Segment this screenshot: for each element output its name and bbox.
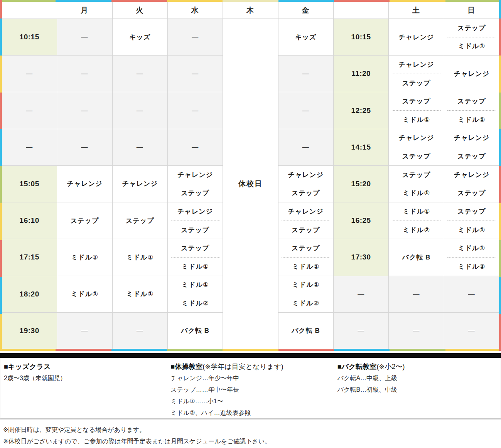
schedule-cell: — — [113, 92, 167, 128]
time-cell: — — [334, 276, 388, 312]
schedule-cell: ミドル①ミドル② — [389, 202, 444, 239]
class-entry: ステップ — [168, 184, 223, 202]
accent-strip-right — [499, 314, 501, 351]
time-cell: 15:05 — [2, 166, 57, 202]
legend-taiso-title: ■体操教室(※学年は目安となります) — [170, 361, 334, 372]
schedule-cell: チャレンジステップ — [168, 166, 223, 202]
schedule-cell: ミドル① — [113, 276, 167, 312]
class-entry: ミドル① — [278, 258, 333, 276]
legend-line: バク転B…初級、中級 — [337, 384, 501, 396]
schedule-cell: — — [444, 276, 499, 312]
time-cell: — — [2, 56, 57, 92]
legend-line: 2歳〜3歳（未就園児） — [4, 372, 167, 384]
time-cell: 16:10 — [2, 202, 57, 239]
time-cell: 15:20 — [334, 166, 388, 202]
class-entry: チャレンジ — [389, 129, 444, 147]
day-header-5: 金 — [278, 2, 333, 19]
schedule-cell: ステップ — [113, 202, 167, 239]
accent-strip-right — [499, 56, 501, 93]
class-entry: ミドル② — [389, 221, 444, 239]
schedule-cell: — — [389, 313, 444, 349]
class-entry: ミドル① — [444, 239, 499, 257]
schedule-cell: — — [278, 56, 333, 92]
accent-strip-right — [499, 0, 501, 19]
schedule-cell: ステップミドル① — [389, 166, 444, 202]
time-header — [334, 2, 388, 19]
time-cell: — — [2, 129, 57, 165]
accent-strip-right — [499, 93, 501, 130]
class-entry: チャレンジ — [278, 166, 333, 184]
schedule-cell: ステップミドル① — [389, 92, 444, 128]
schedule-cell: — — [278, 92, 333, 128]
accent-strip-right — [499, 166, 501, 203]
accent-strip-bottom — [0, 349, 56, 351]
accent-strip-bottom — [223, 349, 278, 351]
note-line: ※休校日がございますので、ご参加の際は年間予定表または月間スケジュールをご確認下… — [3, 436, 501, 447]
schedule-cell: — — [57, 313, 112, 349]
section-divider-bar — [0, 353, 501, 358]
schedule-cell: ミドル① — [57, 239, 112, 275]
time-cell: 17:30 — [334, 239, 388, 275]
class-entry: ミドル① — [444, 37, 499, 56]
class-entry: ミドル① — [389, 184, 444, 202]
legend-kids-class: ■キッズクラス 2歳〜3歳（未就園児） — [0, 361, 167, 418]
class-entry: ミドル② — [168, 294, 223, 312]
class-entry: ステップ — [389, 74, 444, 92]
class-entry: ミドル① — [278, 276, 333, 294]
accent-strip-right — [499, 19, 501, 56]
schedule-cell: チャレンジステップ — [278, 202, 333, 239]
time-header — [2, 2, 57, 19]
time-cell: — — [334, 313, 388, 349]
day-header-3: 水 — [168, 2, 223, 19]
class-entry: チャレンジ — [444, 166, 499, 184]
legend-taiso-title-text: ■体操教室 — [170, 363, 202, 371]
class-entry: ステップ — [389, 92, 444, 110]
class-entry: ミドル① — [444, 221, 499, 239]
schedule-cell: バク転 B — [278, 313, 333, 349]
accent-strip-bottom — [334, 349, 390, 351]
class-schedule-page: 月火水木金土日休校日10:15—キッズ—キッズ10:15チャレンジステップミドル… — [0, 0, 501, 448]
time-cell: 11:20 — [334, 56, 388, 92]
class-entry: ミドル① — [168, 258, 223, 276]
class-entry: ステップ — [389, 166, 444, 184]
schedule-cell: ミドル①ミドル② — [278, 276, 333, 312]
class-entry: ステップ — [444, 92, 499, 110]
schedule-cell: チャレンジステップ — [444, 166, 499, 202]
schedule-cell: — — [113, 313, 167, 349]
legend-bakuten-title: ■バク転教室(※小2〜) — [337, 361, 501, 372]
legend-taiso-class: ■体操教室(※学年は目安となります) チャレンジ…年少〜年中 ステップ……年中〜… — [167, 361, 334, 418]
schedule-cell: — — [57, 92, 112, 128]
schedule-cell: — — [168, 56, 223, 92]
legend-kids-title: ■キッズクラス — [4, 361, 167, 372]
accent-strip-right — [499, 240, 501, 277]
schedule-cell: チャレンジステップ — [389, 56, 444, 92]
class-entry: ステップ — [444, 147, 499, 165]
accent-strip-bottom — [390, 349, 445, 351]
schedule-cell: キッズ — [278, 19, 333, 55]
schedule-cell: ステップミドル① — [444, 202, 499, 239]
legend-line: ステップ……年中〜年長 — [170, 384, 334, 396]
legend-line: チャレンジ…年少〜年中 — [170, 372, 334, 384]
schedule-grid: 月火水木金土日休校日10:15—キッズ—キッズ10:15チャレンジステップミドル… — [2, 2, 499, 349]
class-entry: ミドル② — [278, 294, 333, 312]
class-entry: チャレンジ — [168, 202, 223, 221]
time-cell: 12:25 — [334, 92, 388, 128]
legend-line: ミドル②、ハイ…進級表参照 — [170, 407, 334, 419]
class-entry: ステップ — [168, 239, 223, 257]
class-entry: ステップ — [168, 221, 223, 239]
day-header-8: 日 — [444, 2, 499, 19]
footer-notes: ※開催日時は、変更や定員となる場合があります。 ※休校日がございますので、ご参加… — [0, 419, 501, 447]
class-entry: チャレンジ — [389, 56, 444, 74]
class-entry: ステップ — [278, 184, 333, 202]
time-cell: 18:20 — [2, 276, 57, 312]
schedule-cell: — — [168, 92, 223, 128]
schedule-cell: — — [57, 56, 112, 92]
class-entry: ステップ — [444, 184, 499, 202]
note-line: ※開催日時は、変更や定員となる場合があります。 — [3, 424, 501, 436]
accent-strip-bottom — [56, 349, 111, 351]
schedule-cell: ミドル①ミドル② — [444, 239, 499, 275]
legend-bakuten-title-text: ■バク転教室 — [337, 363, 377, 371]
schedule-cell: ミドル①ミドル② — [168, 276, 223, 312]
schedule-cell: — — [57, 129, 112, 165]
class-entry: ミドル① — [389, 202, 444, 221]
